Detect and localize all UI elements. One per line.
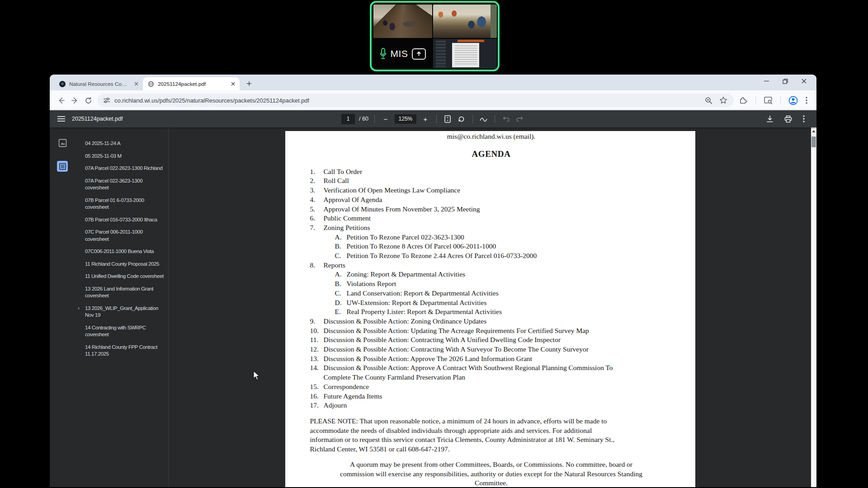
bookmark-item[interactable]: 04 2025-11-24 A	[85, 140, 165, 147]
pdf-toolbar: 20251124packet.pdf / 60 − 125% +	[50, 110, 816, 127]
close-window-button[interactable]	[802, 79, 807, 84]
bookmark-list: 04 2025-11-24 A 05 2025-11-03 M 07A Parc…	[85, 140, 165, 363]
divider	[780, 96, 781, 104]
bookmark-item-expandable[interactable]: ›13 2026_WLIP_Grant_Application Nov 19	[85, 305, 165, 319]
agenda-item: 2.Roll Call	[310, 176, 673, 186]
bookmark-item[interactable]: 07B Parcel 016-0733-2000 Ithaca	[85, 216, 165, 224]
bookmark-item[interactable]: 07A Parcel 022-3623-1300 coversheet	[85, 178, 165, 192]
agenda-item: 13.Discussion & Possible Action: Approve…	[310, 354, 673, 364]
agenda-item: 11.Discussion & Possible Action: Contrac…	[310, 335, 673, 345]
zoom-in-button[interactable]: +	[420, 114, 430, 124]
divider	[495, 115, 495, 123]
bookmark-item[interactable]: 14 Richland County FPP Contract 11.17.20…	[85, 344, 165, 358]
pdf-content-area[interactable]: mis@co.richland.wi.us (email). AGENDA 1.…	[169, 127, 811, 487]
page-count-label: / 60	[359, 116, 368, 122]
zoom-level-value[interactable]: 125%	[395, 114, 416, 124]
scrollbar-thumb[interactable]	[811, 136, 816, 147]
bookmark-item[interactable]: 05 2025-11-03 M	[85, 153, 165, 160]
agenda-subitem: E.Real Property Lister: Report & Departm…	[310, 307, 673, 317]
sidebar-menu-icon[interactable]	[57, 116, 65, 122]
undo-icon[interactable]	[501, 114, 511, 124]
divider	[374, 115, 375, 123]
redo-icon[interactable]	[515, 114, 525, 124]
page-number-input[interactable]	[341, 114, 355, 124]
share-screen-icon	[412, 48, 426, 60]
agenda-subitem: B.Violations Report	[310, 279, 673, 289]
scroll-up-icon[interactable]	[811, 129, 816, 133]
video-feed-room-wide	[373, 5, 432, 38]
agenda-subitem: A.Zoning: Report & Departmental Activiti…	[310, 270, 673, 279]
zoom-page-icon[interactable]	[705, 97, 712, 104]
bookmark-item[interactable]: 07C006-2011-1000 Buena Vista	[85, 248, 165, 255]
address-bar[interactable]: co.richland.wi.us/pdfs/2025/naturalResou…	[98, 94, 734, 107]
forward-icon[interactable]	[68, 94, 81, 107]
county-seal-favicon-icon	[59, 80, 66, 87]
browser-menu-icon[interactable]	[806, 97, 807, 104]
annotate-pen-icon[interactable]	[479, 114, 489, 124]
reload-icon[interactable]	[81, 94, 95, 107]
browser-window: Natural Resources Committee 20251124pack…	[50, 75, 816, 487]
bookmark-star-icon[interactable]	[719, 96, 727, 104]
agenda-subitem: B.Petition To Rezone 8 Acres Of Parcel 0…	[310, 242, 673, 251]
bookmark-item[interactable]: 07B Parcel 01 6-0733-2000 coversheet	[85, 197, 165, 211]
pdf-menu-icon[interactable]	[803, 115, 805, 122]
bookmark-item[interactable]: 07C Parcel 006-2011-1000 coversheet	[85, 229, 165, 243]
pdf-toolbar-left: 20251124packet.pdf	[50, 116, 123, 122]
agenda-item: 7.Zoning Petitions	[310, 223, 673, 233]
new-tab-button[interactable]	[243, 78, 255, 89]
expand-chevron-icon[interactable]: ›	[78, 305, 80, 312]
screenshare-orange-button	[458, 40, 484, 42]
quorum-note: A quorum may be present from other Commi…	[310, 460, 673, 487]
microphone-icon	[380, 48, 387, 60]
restore-button[interactable]	[783, 79, 788, 84]
agenda-item: 9.Discussion & Possible Action: Zoning O…	[310, 317, 673, 326]
close-tab-icon[interactable]	[229, 80, 236, 88]
agenda-item: 5.Approval Of Minutes From November 3, 2…	[310, 205, 673, 214]
agenda-item: 16.Future Agenda Items	[310, 392, 673, 401]
accessibility-note: PLEASE NOTE: That upon reasonable notice…	[310, 417, 673, 454]
meeting-video-overlay[interactable]: MIS	[370, 1, 500, 71]
back-icon[interactable]	[54, 94, 68, 107]
agenda-item: 3.Verification Of Open Meetings Law Comp…	[310, 186, 673, 195]
agenda-heading: AGENDA	[310, 148, 673, 160]
bookmark-item[interactable]: 11 Richland County Proposal 2025	[85, 261, 165, 268]
pdf-scrollbar[interactable]	[811, 127, 816, 487]
agenda-list: 1.Call To Order 2.Roll Call 3.Verificati…	[310, 167, 673, 410]
bookmark-item[interactable]: 11 Unified Dwelling Code coversheet	[85, 273, 165, 280]
screen: MIS Natural Resources Committee	[0, 0, 868, 488]
print-icon[interactable]	[784, 115, 792, 123]
extensions-icon[interactable]	[739, 96, 748, 105]
contact-email-line: mis@co.richland.wi.us (email).	[310, 132, 673, 141]
close-tab-icon[interactable]	[132, 80, 140, 88]
tab-label: Natural Resources Committee	[69, 81, 129, 87]
agenda-item: 15.Correspondence	[310, 382, 673, 392]
zoom-out-button[interactable]: −	[381, 114, 391, 124]
video-grid: MIS	[373, 5, 496, 68]
divider	[436, 115, 437, 123]
tab-label: 20251124packet.pdf	[158, 81, 226, 87]
mic-source-label: MIS	[391, 48, 408, 59]
bookmark-item[interactable]: 07A Parcel 022-2623-1300 Richland	[85, 165, 165, 172]
browser-toolbar: co.richland.wi.us/pdfs/2025/naturalResou…	[50, 90, 816, 110]
side-search-icon[interactable]	[764, 96, 773, 104]
mouse-cursor	[253, 371, 262, 380]
rotate-icon[interactable]	[457, 114, 467, 124]
tab-natural-resources-committee[interactable]: Natural Resources Committee	[54, 77, 143, 90]
site-settings-icon[interactable]	[103, 97, 110, 104]
agenda-subitem: C.Petition To Rezone To Rezone 2.44 Acre…	[310, 251, 673, 261]
globe-favicon-icon	[147, 80, 154, 87]
bookmark-item[interactable]: 13 2026 Land Information Grant covershee…	[85, 286, 165, 300]
video-feed-room-table	[433, 5, 497, 38]
bookmark-item[interactable]: 14 Contracting with SWRPC coversheet	[85, 324, 165, 338]
thumbnails-view-icon[interactable]	[57, 137, 68, 148]
outline-view-icon[interactable]	[57, 161, 68, 172]
download-icon[interactable]	[766, 115, 774, 123]
agenda-item: 4.Approval Of Agenda	[310, 195, 673, 205]
tab-pdf-packet[interactable]: 20251124packet.pdf	[143, 77, 240, 90]
fit-page-icon[interactable]	[443, 114, 453, 124]
toolbar-icons	[737, 96, 812, 105]
pdf-document-title: 20251124packet.pdf	[72, 116, 123, 122]
profile-avatar-icon[interactable]	[788, 96, 798, 105]
minimize-button[interactable]	[764, 79, 769, 84]
window-controls	[764, 75, 816, 90]
